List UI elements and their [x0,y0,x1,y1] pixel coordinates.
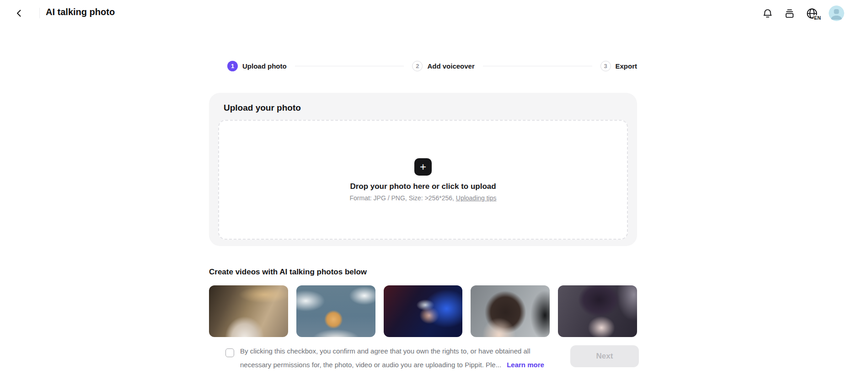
dropzone-title: Drop your photo here or click to upload [350,182,496,191]
step-add-voiceover: 2 Add voiceover [412,61,474,71]
notifications-button[interactable] [762,8,773,19]
ai-talking-photo-page: AI talking photo [0,0,868,375]
consent-checkbox[interactable] [225,348,234,357]
workspace-button[interactable] [784,8,795,19]
plus-icon: + [420,161,426,172]
sample-photo-singer[interactable] [384,285,463,337]
header-divider [39,8,40,18]
uploading-tips-link[interactable]: Uploading tips [456,194,497,202]
page-title: AI talking photo [46,7,115,17]
dropzone-hint: Format: JPG / PNG, Size: >256*256, Uploa… [350,194,497,202]
consent-row: By clicking this checkbox, you confirm a… [225,344,544,372]
photo-dropzone[interactable]: + Drop your photo here or click to uploa… [218,120,628,240]
avatar[interactable] [829,5,844,21]
sample-photos-row [209,285,637,337]
step-3-number: 3 [600,61,611,71]
step-3-label: Export [616,62,638,70]
upload-card: Upload your photo + Drop your photo here… [209,93,637,246]
next-button[interactable]: Next [570,345,639,367]
back-button[interactable] [13,7,26,20]
sample-photo-angel-baby[interactable] [296,285,375,337]
step-1-number: 1 [227,61,238,71]
step-export: 3 Export [600,61,638,71]
add-photo-button[interactable]: + [414,158,432,176]
header-actions: EN [762,5,844,21]
format-hint-text: Format: JPG / PNG, Size: >256*256, [350,194,454,202]
avatar-silhouette-icon [829,5,844,21]
header: AI talking photo [0,0,868,26]
step-upload-photo: 1 Upload photo [227,61,287,71]
consent-text-line1: By clicking this checkbox, you confirm a… [240,344,544,358]
sample-photo-anime-character[interactable] [558,285,637,337]
language-button[interactable]: EN [806,7,818,20]
stepper-connector [483,66,592,66]
sample-photo-woman-on-airplane[interactable] [209,285,288,337]
step-2-number: 2 [412,61,423,71]
samples-heading: Create videos with AI talking photos bel… [209,268,367,277]
consent-text: By clicking this checkbox, you confirm a… [240,344,544,372]
bell-icon [762,8,773,19]
step-2-label: Add voiceover [427,62,474,70]
upload-section-title: Upload your photo [224,103,301,113]
step-1-label: Upload photo [242,62,287,70]
consent-text-line2: necessary permissions for, the photo, vi… [240,358,544,372]
learn-more-link[interactable]: Learn more [507,361,544,369]
drawer-stack-icon [784,8,795,19]
stepper: 1 Upload photo 2 Add voiceover 3 Export [209,61,637,71]
sample-photo-child-headphones[interactable] [471,285,550,337]
language-label: EN [814,15,821,21]
stepper-connector [295,66,404,66]
chevron-left-icon [15,9,24,18]
